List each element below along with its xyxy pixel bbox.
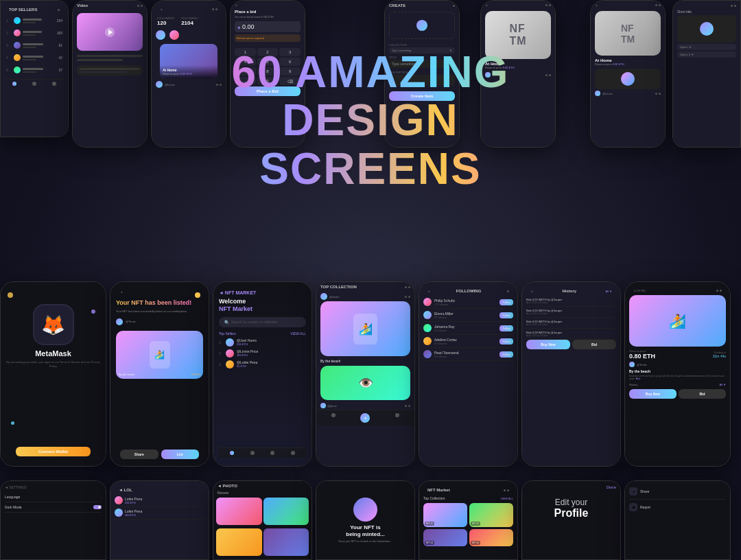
- follow-btn-4[interactable]: Follow: [499, 338, 513, 345]
- dark-mode-setting: Dark Mode: [5, 505, 21, 509]
- bid-error: Bid amount is required: [235, 34, 301, 42]
- report-label: Report: [640, 505, 650, 509]
- history-screen-title: History: [562, 289, 576, 293]
- phone-listed: ◄ Your NFT has been listed! Your NFT has…: [110, 281, 209, 467]
- phone-metamask: 🦊 MetaMask By connecting your wallet, yo…: [0, 281, 106, 467]
- search-placeholder: Search by creator or collection: [231, 320, 278, 324]
- phone-settings: ◄ SETTINGS Language › Dark Mode: [0, 480, 106, 560]
- phone-photo: ◄ PHOTO Recent: [213, 480, 312, 560]
- share-btn[interactable]: Share: [120, 450, 158, 459]
- phone-followers: ◄ FOLLOWERS 120 FOLLOWING 2104: [151, 0, 226, 148]
- phone-top-collection: TOP COLLECTION @Justin 🏄 By the beach 👁️: [316, 281, 415, 467]
- following-value: 2104: [181, 20, 198, 26]
- dark-mode-toggle[interactable]: [93, 505, 102, 509]
- phone-minting: Your NFT isbeing minted... Once you NFT …: [316, 480, 415, 560]
- phone-welcome: ◄ NFT MARKET Welcome NFT Market 🔍 Search…: [213, 281, 312, 467]
- detail-price: 0.80 ETH: [629, 353, 655, 360]
- phone-nft-market-bottom: NFT Market Top Collection VIEW ALL NFT #…: [419, 480, 518, 560]
- listed-sub: Your NFT has been successfully listed on…: [116, 310, 203, 313]
- welcome-line2: NFT Market: [219, 305, 252, 313]
- followers-value: 120: [157, 20, 174, 26]
- follow-btn-2[interactable]: Follow: [499, 312, 513, 318]
- follow-btn-5[interactable]: Follow: [499, 351, 513, 358]
- top-collection-label: Top Collection: [423, 496, 445, 500]
- done-btn[interactable]: Done: [607, 485, 616, 489]
- buy-now-btn-history[interactable]: Buy Now: [526, 340, 570, 349]
- nft-market-title: NFT Market: [427, 488, 450, 492]
- edit-profile-subtitle: Profile: [526, 507, 616, 520]
- phone-detail: ◄ DETAIL 🏄 Reserve price 0.80 ETH Ending…: [624, 281, 731, 467]
- phone-nft-at-home: ◄ NFTM At Home Reserve price 0.80 ETH @L…: [480, 0, 556, 148]
- settings-header: ◄ SETTINGS: [5, 485, 102, 489]
- view-all-label[interactable]: VIEW ALL: [501, 497, 513, 500]
- phone-video: Video: [72, 0, 148, 148]
- phone-edit-profile: Done Edit your Profile: [521, 480, 621, 560]
- video-title: Video: [77, 3, 88, 8]
- phone-share-report: ↗ Share ⚑ Report: [624, 480, 731, 560]
- following-screen-title: FOLLOWING: [456, 289, 482, 293]
- phone-partial-right: Short title Option ▼ Option 2 ▼: [672, 0, 741, 148]
- phone-bid: ◄ Place a bid You must bid at least 0.00…: [230, 0, 305, 148]
- bid-submit-btn[interactable]: Place a Bid: [235, 86, 301, 96]
- language-setting: Language: [5, 495, 20, 499]
- bid-subtitle: You must bid at least 0.005 ETH: [235, 15, 301, 19]
- phone-nft-detail2: ◄ NFTM At Home Reserve price 0.80 ETH @L…: [590, 0, 666, 148]
- share-icon: ↗: [629, 487, 637, 495]
- share-label: Share: [640, 489, 649, 493]
- phone-history: ◄ History All ▼ Bids 0.05 WETH by @Jurge…: [521, 281, 621, 467]
- top-sellers-title: TOP SELLERS: [9, 8, 37, 12]
- connect-wallet-btn[interactable]: Connect Wallet: [16, 447, 91, 456]
- top-sellers-label: Top Sellers: [219, 331, 236, 336]
- create-item-btn[interactable]: Create Item: [389, 91, 455, 101]
- detail-timer: 32m 44s: [713, 354, 726, 358]
- screens-container: TOP SELLERS 1 234 2 183 3: [0, 0, 741, 560]
- metamask-sub: By connecting your wallet, you agree to …: [6, 360, 100, 369]
- minting-sub: Once you NFT is minted on the blockchain…: [338, 539, 392, 543]
- minting-title: Your NFT isbeing minted...: [346, 524, 384, 539]
- edit-profile-label: Edit your: [526, 498, 616, 507]
- bid-btn-history[interactable]: Bid: [572, 340, 616, 349]
- phone-log: ◄ LOL Lottie Pena 234 ETH Lottie Pena 18…: [110, 480, 209, 560]
- bid-btn-detail[interactable]: Bid: [679, 389, 726, 399]
- listed-title: Your NFT has been listed!: [116, 299, 203, 307]
- phone-following: ◄ FOLLOWING Philip Schultz 17 Follower F…: [419, 281, 518, 467]
- report-icon: ⚑: [629, 503, 637, 511]
- phone-create-form: CREATE COLLECTION Type something ▼ TITLE…: [384, 0, 460, 148]
- follow-btn-3[interactable]: Follow: [499, 325, 513, 331]
- buy-now-btn-detail[interactable]: Buy Now: [629, 389, 677, 399]
- phone-top-sellers: TOP SELLERS 1 234 2 183 3: [0, 0, 69, 137]
- follow-btn-1[interactable]: Follow: [499, 299, 513, 305]
- list-btn[interactable]: List: [161, 450, 200, 459]
- bid-value: 0.00: [242, 23, 255, 30]
- metamask-title: MetaMask: [35, 349, 71, 358]
- bid-title: Place a bid: [235, 10, 301, 14]
- welcome-line1: Welcome: [219, 298, 252, 305]
